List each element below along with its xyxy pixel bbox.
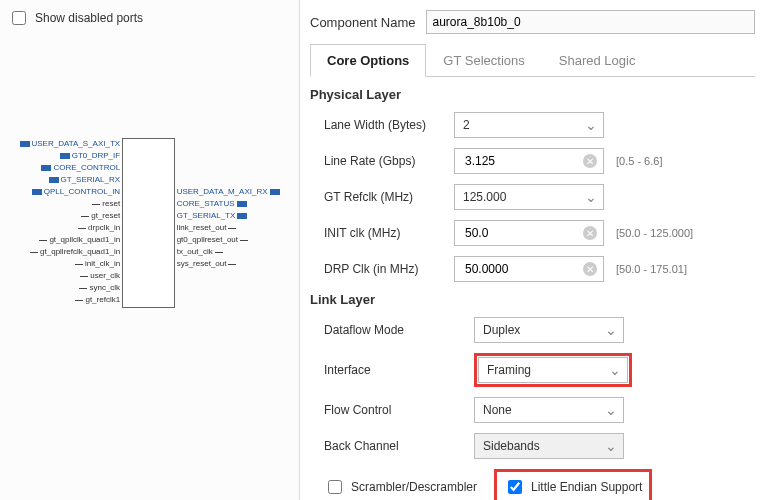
port-in: drpclk_in (78, 222, 120, 234)
little-endian-highlight: Little Endian Support (494, 469, 652, 500)
port-in: gt_refclk1 (75, 294, 120, 306)
little-endian-input[interactable] (508, 480, 522, 494)
line-rate-label: Line Rate (Gbps) (324, 154, 454, 168)
port-in: USER_DATA_S_AXI_TX (20, 138, 121, 150)
interface-label: Interface (324, 363, 474, 377)
port-in: user_clk (80, 270, 120, 282)
lane-width-select[interactable]: 2 (454, 112, 604, 138)
scrambler-input[interactable] (328, 480, 342, 494)
port-in: GT0_DRP_IF (60, 150, 120, 162)
port-in: gt_reset (81, 210, 120, 222)
lane-width-label: Lane Width (Bytes) (324, 118, 454, 132)
physical-layer-title: Physical Layer (310, 87, 755, 102)
component-name-input[interactable] (426, 10, 756, 34)
port-in: gt_qpllclk_quad1_in (39, 234, 120, 246)
dataflow-label: Dataflow Mode (324, 323, 474, 337)
ip-block (122, 138, 175, 308)
gt-refclk-select[interactable]: 125.000 (454, 184, 604, 210)
port-in: QPLL_CONTROL_IN (32, 186, 120, 198)
gt-refclk-label: GT Refclk (MHz) (324, 190, 454, 204)
port-in: CORE_CONTROL (41, 162, 120, 174)
back-channel-label: Back Channel (324, 439, 474, 453)
little-endian-checkbox[interactable]: Little Endian Support (498, 473, 648, 500)
tab-core-options[interactable]: Core Options (310, 44, 426, 77)
init-clk-input[interactable] (454, 220, 604, 246)
drp-clk-label: DRP Clk (in MHz) (324, 262, 454, 276)
show-disabled-ports-label: Show disabled ports (35, 11, 143, 25)
init-clk-label: INIT clk (MHz) (324, 226, 454, 240)
port-out: gt0_qpllreset_out (177, 234, 248, 246)
interface-highlight: Framing (474, 353, 632, 387)
port-in: reset (92, 198, 120, 210)
block-diagram: USER_DATA_S_AXI_TX GT0_DRP_IF CORE_CONTR… (20, 138, 280, 308)
port-in: sync_clk (79, 282, 120, 294)
show-disabled-ports-checkbox[interactable]: Show disabled ports (8, 8, 291, 28)
config-panel: Component Name Core Options GT Selection… (300, 0, 765, 500)
flow-control-select[interactable]: None (474, 397, 624, 423)
interface-select[interactable]: Framing (478, 357, 628, 383)
show-disabled-ports-input[interactable] (12, 11, 26, 25)
port-out: tx_out_clk (177, 246, 223, 258)
scrambler-checkbox[interactable]: Scrambler/Descrambler (324, 477, 494, 497)
init-clk-hint: [50.0 - 125.000] (616, 227, 693, 239)
port-out: sys_reset_out (177, 258, 237, 270)
tab-gt-selections[interactable]: GT Selections (426, 44, 541, 76)
drp-clk-hint: [50.0 - 175.01] (616, 263, 687, 275)
line-rate-hint: [0.5 - 6.6] (616, 155, 662, 167)
scrambler-label: Scrambler/Descrambler (351, 480, 477, 494)
drp-clk-input[interactable] (454, 256, 604, 282)
diagram-panel: Show disabled ports USER_DATA_S_AXI_TX G… (0, 0, 300, 500)
line-rate-input[interactable] (454, 148, 604, 174)
back-channel-select[interactable]: Sidebands (474, 433, 624, 459)
port-in: GT_SERIAL_RX (49, 174, 121, 186)
tabs: Core Options GT Selections Shared Logic (310, 44, 755, 77)
port-in: gt_qpllrefclk_quad1_in (30, 246, 120, 258)
dataflow-select[interactable]: Duplex (474, 317, 624, 343)
port-out: USER_DATA_M_AXI_RX (177, 186, 280, 198)
port-out: CORE_STATUS (177, 198, 247, 210)
link-layer-title: Link Layer (310, 292, 755, 307)
tab-shared-logic[interactable]: Shared Logic (542, 44, 653, 76)
flow-control-label: Flow Control (324, 403, 474, 417)
port-in: init_clk_in (75, 258, 120, 270)
port-out: GT_SERIAL_TX (177, 210, 248, 222)
component-name-label: Component Name (310, 15, 416, 30)
port-out: link_reset_out (177, 222, 237, 234)
little-endian-label: Little Endian Support (531, 480, 642, 494)
